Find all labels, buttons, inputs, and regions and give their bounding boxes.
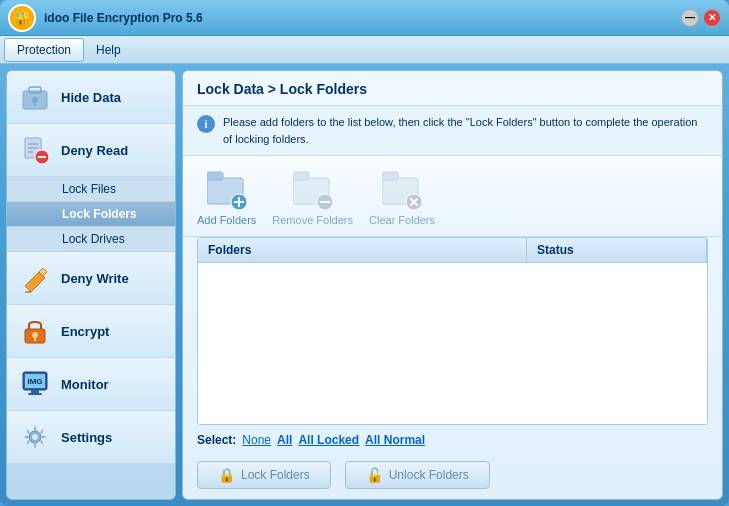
minimize-button[interactable]: — — [681, 9, 699, 27]
menubar: Protection Help — [0, 36, 729, 64]
action-buttons: 🔒 Lock Folders 🔓 Unlock Folders — [183, 455, 722, 499]
select-label: Select: — [197, 433, 236, 447]
sidebar-item-hide-data-label: Hide Data — [61, 90, 121, 105]
select-all-normal[interactable]: All Normal — [365, 433, 425, 447]
folders-table: Folders Status — [197, 237, 708, 425]
svg-point-2 — [32, 97, 38, 103]
svg-rect-31 — [382, 172, 398, 180]
add-folders-icon — [207, 166, 247, 210]
svg-rect-27 — [293, 172, 309, 180]
svg-rect-22 — [207, 172, 223, 180]
remove-folders-label: Remove Folders — [272, 214, 353, 226]
table-body — [198, 263, 707, 425]
content-breadcrumb: Lock Data > Lock Folders — [183, 71, 722, 106]
deny-write-icon — [19, 262, 51, 294]
deny-read-icon — [19, 134, 51, 166]
content-area: Lock Data > Lock Folders i Please add fo… — [182, 70, 723, 500]
sidebar-item-monitor[interactable]: IMG Monitor — [7, 358, 175, 411]
clear-folders-icon — [382, 166, 422, 210]
select-none[interactable]: None — [242, 433, 271, 447]
sidebar-item-monitor-label: Monitor — [61, 377, 109, 392]
table-header: Folders Status — [198, 238, 707, 263]
main-window: 🔐 idoo File Encryption Pro 5.6 — ✕ Prote… — [0, 0, 729, 506]
svg-point-12 — [32, 332, 38, 338]
select-bar: Select: None All All Locked All Normal — [183, 425, 722, 455]
add-folders-button[interactable]: Add Folders — [197, 166, 256, 226]
hide-data-icon — [19, 81, 51, 113]
sidebar-item-hide-data[interactable]: Hide Data — [7, 71, 175, 124]
unlock-icon: 🔓 — [366, 467, 383, 483]
sidebar-item-deny-write-label: Deny Write — [61, 271, 129, 286]
info-text: Please add folders to the list below, th… — [223, 114, 708, 147]
svg-text:IMG: IMG — [27, 377, 42, 386]
settings-icon — [19, 421, 51, 453]
sidebar-subitem-lock-files[interactable]: Lock Files — [7, 177, 175, 202]
info-bar: i Please add folders to the list below, … — [183, 106, 722, 156]
titlebar: 🔐 idoo File Encryption Pro 5.6 — ✕ — [0, 0, 729, 36]
app-logo: 🔐 — [8, 4, 36, 32]
info-icon: i — [197, 115, 215, 133]
close-button[interactable]: ✕ — [703, 9, 721, 27]
svg-point-20 — [32, 434, 38, 440]
remove-folders-icon — [293, 166, 333, 210]
svg-rect-17 — [28, 393, 42, 395]
clear-folders-label: Clear Folders — [369, 214, 435, 226]
select-all-locked[interactable]: All Locked — [298, 433, 359, 447]
sidebar-item-settings[interactable]: Settings — [7, 411, 175, 464]
col-header-folders: Folders — [198, 238, 527, 262]
sidebar-item-deny-read[interactable]: Deny Read — [7, 124, 175, 177]
sidebar-subitem-lock-folders[interactable]: Lock Folders — [7, 202, 175, 227]
menu-protection[interactable]: Protection — [4, 38, 84, 62]
remove-folders-button[interactable]: Remove Folders — [272, 166, 353, 226]
encrypt-icon — [19, 315, 51, 347]
sidebar-item-deny-read-label: Deny Read — [61, 143, 128, 158]
deny-read-subitems: Lock Files Lock Folders Lock Drives — [7, 177, 175, 252]
window-title: idoo File Encryption Pro 5.6 — [44, 11, 673, 25]
sidebar-item-deny-write[interactable]: Deny Write — [7, 252, 175, 305]
toolbar: Add Folders Remove Folders — [183, 156, 722, 237]
sidebar-subitem-lock-drives[interactable]: Lock Drives — [7, 227, 175, 252]
window-controls: — ✕ — [681, 9, 721, 27]
sidebar-item-settings-label: Settings — [61, 430, 112, 445]
lock-folders-btn[interactable]: 🔒 Lock Folders — [197, 461, 331, 489]
menu-help[interactable]: Help — [84, 39, 133, 61]
select-all[interactable]: All — [277, 433, 292, 447]
monitor-icon: IMG — [19, 368, 51, 400]
main-layout: Hide Data Deny Read Lo — [0, 64, 729, 506]
sidebar-item-encrypt[interactable]: Encrypt — [7, 305, 175, 358]
lock-icon: 🔒 — [218, 467, 235, 483]
add-folders-label: Add Folders — [197, 214, 256, 226]
svg-rect-16 — [31, 390, 39, 393]
col-header-status: Status — [527, 238, 707, 262]
sidebar-item-encrypt-label: Encrypt — [61, 324, 109, 339]
sidebar: Hide Data Deny Read Lo — [6, 70, 176, 500]
clear-folders-button[interactable]: Clear Folders — [369, 166, 435, 226]
unlock-folders-btn[interactable]: 🔓 Unlock Folders — [345, 461, 490, 489]
unlock-folders-btn-label: Unlock Folders — [389, 468, 469, 482]
lock-folders-btn-label: Lock Folders — [241, 468, 310, 482]
